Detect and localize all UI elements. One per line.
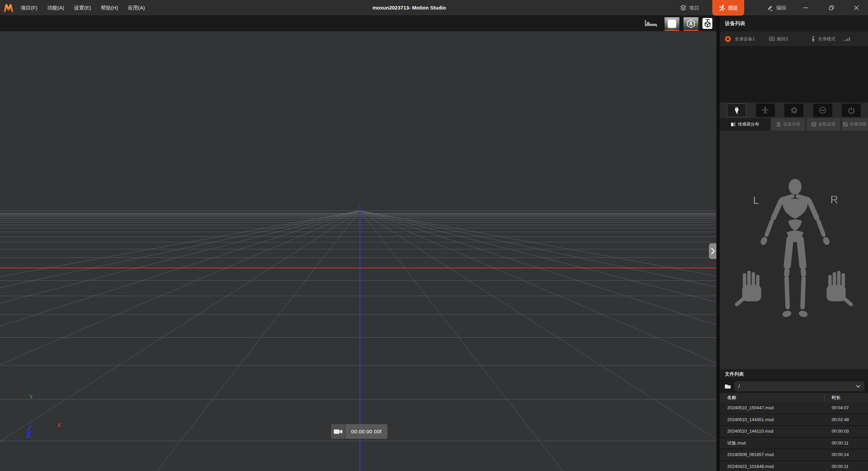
file-name: 20240510_150447.msd (727, 402, 774, 413)
tab-edit-mode[interactable]: 编辑 (762, 0, 791, 16)
folder-path-dropdown[interactable]: / (734, 381, 865, 391)
power-button[interactable] (842, 103, 861, 117)
fullbody-person-icon (811, 36, 815, 42)
file-name: 20240510_144110.msd (727, 426, 773, 437)
tab-skeleton-adjust[interactable]: 骨骼调整 (842, 118, 868, 131)
file-name: 试验.msd (727, 438, 746, 449)
square-stop-button[interactable] (664, 17, 679, 31)
avatar-cube-button[interactable] (683, 17, 698, 31)
titlebar: 项目(F) 功能(A) 设置(E) 帮助(H) 应用(A) moxun20237… (0, 0, 868, 16)
device-panel-tabs: 传感器分布 设备详情 参数设置 (720, 118, 868, 131)
axis-z-line (27, 425, 31, 430)
menubar: 项目(F) 功能(A) 设置(E) 帮助(H) 应用(A) (19, 0, 147, 16)
column-name: 名称 (727, 393, 736, 402)
axis-x-label: X (57, 422, 61, 428)
device-mode: 全身模式 (818, 36, 835, 42)
bed-icon[interactable] (644, 19, 658, 28)
file-row[interactable]: 20240509_091857.msd 00:00:14 (720, 449, 868, 461)
tab-capture-mode[interactable]: 捕捉 (712, 0, 744, 16)
body-right-label: R (830, 194, 838, 206)
file-row[interactable]: 20240510_144110.msd 00:00:03 (720, 426, 868, 438)
file-duration: 00:00:03 (832, 426, 849, 437)
minus-circle-icon (818, 106, 827, 114)
window-restore-button[interactable] (824, 0, 839, 16)
calibration-person-icon (761, 106, 769, 114)
menu-apps[interactable]: 应用(A) (126, 3, 147, 13)
panel-expand-handle[interactable] (709, 243, 716, 259)
file-duration: 00:00:11 (832, 461, 849, 471)
menu-project[interactable]: 项目(F) (19, 3, 39, 13)
right-hand-figure (827, 271, 851, 304)
file-row[interactable]: 20240510_144451.msd 00:02:48 (720, 414, 868, 426)
bone-icon (843, 122, 848, 127)
axis-y-label: Y (29, 394, 33, 400)
chevron-down-icon (856, 385, 861, 388)
folder-icon[interactable] (725, 384, 731, 389)
tab-label: 参数设置 (818, 121, 835, 127)
restore-icon (829, 5, 834, 11)
tab-device-details[interactable]: 设备详情 (771, 118, 805, 131)
timecode-widget: 00:00:00 00f (331, 424, 387, 439)
file-row[interactable]: 20240510_150447.msd 00:04:07 (720, 402, 868, 414)
chevron-right-icon (710, 247, 716, 255)
device-list-header: 设备列表 (720, 16, 868, 32)
file-name: 20240509_091857.msd (727, 449, 774, 460)
camera-icon (333, 429, 343, 435)
device-details-icon (776, 122, 781, 127)
file-duration: 00:00:11 (832, 438, 849, 449)
settings-button[interactable] (784, 103, 804, 117)
column-duration: 时长 (832, 393, 841, 402)
sensor-body-map[interactable]: L R (720, 131, 868, 369)
file-duration: 00:00:14 (832, 449, 849, 460)
disconnect-button[interactable] (813, 103, 832, 117)
band-icon (769, 36, 775, 41)
tab-label: 传感器分布 (738, 121, 759, 127)
tab-capture-label: 捕捉 (728, 5, 738, 11)
sensor-distribution-icon (731, 122, 736, 127)
file-row[interactable]: 试验.msd 00:00:11 (720, 438, 868, 450)
tab-sensor-distribution[interactable]: 传感器分布 (720, 118, 770, 131)
sliders-icon (811, 122, 816, 127)
menu-help[interactable]: 帮助(H) (99, 3, 120, 13)
file-list-header: 文件列表 (720, 369, 868, 379)
column-separator (824, 395, 825, 401)
file-name: 20240423_101646.msd (727, 461, 774, 471)
tab-project-label: 项目 (689, 5, 699, 11)
power-icon (847, 106, 855, 114)
signal-strength-icon (844, 36, 850, 41)
tab-edit-label: 编辑 (776, 5, 786, 11)
folder-path: / (738, 383, 740, 389)
device-status-icon (725, 36, 731, 42)
pencil-icon (767, 4, 773, 11)
scene-cube-icon (704, 19, 711, 28)
minimize-icon (803, 5, 808, 11)
device-name: 全身设备1 (735, 36, 755, 42)
device-toolbar (720, 102, 868, 118)
app-logo (3, 3, 14, 13)
file-duration: 00:02:48 (832, 414, 849, 425)
tab-parameter-settings[interactable]: 参数设置 (806, 118, 841, 131)
scene-cube-button[interactable] (702, 18, 712, 29)
capture-person-icon (718, 4, 725, 12)
body-figure: L R (720, 131, 868, 369)
tab-label: 骨骼调整 (850, 121, 867, 127)
device-sidebar: 设备列表 全身设备1 频段5 全身模式 (716, 16, 868, 471)
window-close-button[interactable] (849, 0, 864, 16)
window-minimize-button[interactable] (798, 0, 813, 16)
menu-settings[interactable]: 设置(E) (72, 3, 93, 13)
tab-label: 设备详情 (783, 121, 800, 127)
device-list-empty-area (720, 46, 868, 102)
timecode-display: 00:00:00 00f (345, 424, 387, 439)
avatar-cube-icon (686, 19, 696, 29)
file-table: 20240510_150447.msd 00:04:07 20240510_14… (720, 402, 868, 471)
record-camera-button[interactable] (331, 424, 345, 439)
device-row[interactable]: 全身设备1 频段5 全身模式 (720, 32, 868, 46)
usb-connect-button[interactable] (727, 103, 746, 117)
file-table-header: 名称 时长 (720, 393, 868, 402)
calibration-button[interactable] (756, 103, 775, 117)
file-row[interactable]: 20240423_101646.msd 00:00:11 (720, 461, 868, 471)
viewport-3d[interactable]: Y X Z 00:00:00 00f (0, 16, 716, 471)
folder-bar: / (720, 379, 868, 393)
menu-function[interactable]: 功能(A) (45, 3, 66, 13)
tab-project-mode[interactable]: 项目 (674, 0, 705, 16)
